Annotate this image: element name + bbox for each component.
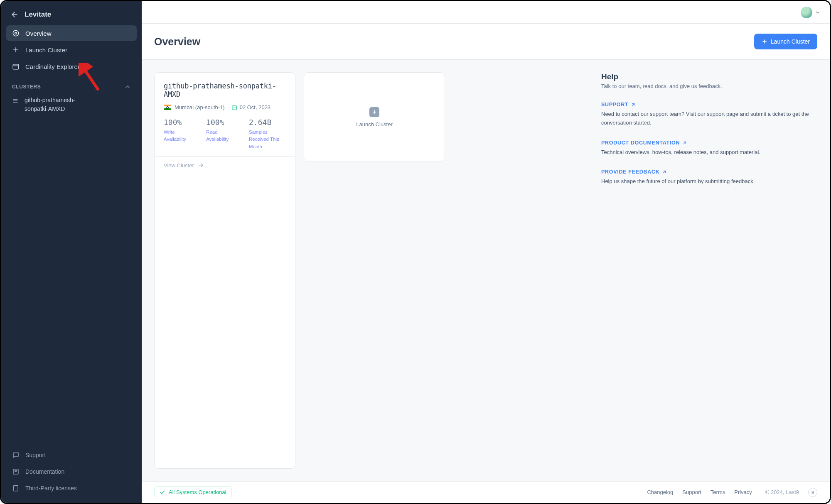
stat-label: Write Availability (164, 129, 194, 143)
cluster-list-item[interactable]: github-prathamesh-sonpatki-AMXD (6, 93, 137, 117)
page-header: Overview Launch Cluster (142, 24, 830, 60)
stat-read-availability: 100% Read Availability (206, 118, 237, 150)
sidebar-item-launch-cluster[interactable]: Launch Cluster (6, 42, 137, 58)
topbar (142, 1, 830, 24)
copyright: © 2024, Last9 (765, 489, 799, 495)
cluster-card-meta: Mumbai (ap-south-1) 02 Oct, 2023 (164, 104, 286, 110)
status-text: All Systems Operational (169, 489, 226, 495)
calendar-icon (231, 105, 237, 110)
view-cluster-label: View Cluster (164, 162, 194, 169)
external-link-icon (662, 169, 667, 174)
stat-value: 100% (164, 118, 194, 127)
sidebar: Levitate Overview Launch Cluster Cardina… (1, 1, 142, 503)
india-flag-icon (164, 105, 171, 110)
sidebar-item-label: Third-Party licenses (25, 485, 77, 492)
sidebar-item-third-party-licenses[interactable]: Third-Party licenses (6, 480, 137, 496)
sidebar-item-documentation[interactable]: Documentation (6, 464, 137, 480)
chat-icon (12, 451, 20, 459)
help-panel: Help Talk to our team, read docs, and gi… (601, 72, 817, 469)
user-menu[interactable] (801, 7, 821, 18)
sidebar-item-support[interactable]: Support (6, 447, 137, 463)
stat-value: 2.64B (249, 118, 286, 127)
chevron-down-icon (815, 10, 821, 15)
svg-point-2 (15, 32, 17, 34)
view-cluster-link[interactable]: View Cluster (155, 156, 295, 174)
cards-row: github-prathamesh-sonpatki-AMXD Mumbai (… (154, 72, 445, 469)
button-label: Launch Cluster (771, 38, 810, 45)
file-icon (12, 484, 20, 492)
check-icon (160, 489, 165, 495)
help-link-support[interactable]: SUPPORT (601, 102, 636, 108)
content: github-prathamesh-sonpatki-AMXD Mumbai (… (142, 60, 830, 481)
cluster-card-title: github-prathamesh-sonpatki-AMXD (164, 82, 286, 98)
chevron-up-icon[interactable] (124, 83, 131, 90)
clusters-section-label: CLUSTERS (12, 84, 41, 90)
sidebar-nav: Overview Launch Cluster Cardinality Expl… (1, 25, 142, 117)
cluster-item-name: github-prathamesh-sonpatki-AMXD (25, 96, 79, 113)
cluster-date: 02 Oct, 2023 (240, 104, 270, 110)
launch-cluster-card[interactable]: + Launch Cluster (304, 72, 445, 162)
main: Overview Launch Cluster github-prathames… (142, 1, 830, 503)
stat-write-availability: 100% Write Availability (164, 118, 194, 150)
brand-badge: 9 (808, 488, 817, 497)
help-link-label: PROVIDE FEEDBACK (601, 169, 659, 175)
help-desc: Need to contact our support team? Visit … (601, 110, 817, 127)
cluster-region: Mumbai (ap-south-1) (175, 104, 225, 110)
cluster-stats: 100% Write Availability 100% Read Availa… (164, 118, 286, 150)
sidebar-item-label: Overview (25, 30, 52, 37)
launch-cluster-button[interactable]: Launch Cluster (754, 34, 817, 49)
external-link-icon (631, 102, 636, 107)
plus-icon (12, 46, 20, 54)
svg-point-1 (13, 30, 19, 36)
help-desc: Help us shape the future of our platform… (601, 177, 817, 186)
stat-value: 100% (206, 118, 237, 127)
brand-name: Levitate (25, 10, 51, 19)
back-arrow-icon[interactable] (10, 10, 19, 19)
cluster-card: github-prathamesh-sonpatki-AMXD Mumbai (… (154, 72, 295, 469)
sidebar-item-overview[interactable]: Overview (6, 25, 137, 41)
launch-card-label: Launch Cluster (356, 121, 392, 127)
overview-icon (12, 29, 20, 37)
svg-rect-5 (13, 64, 19, 69)
sidebar-item-label: Launch Cluster (25, 46, 67, 54)
svg-line-21 (684, 142, 686, 144)
clusters-section-header[interactable]: CLUSTERS (6, 75, 137, 93)
plus-icon (762, 39, 767, 44)
footer-link-changelog[interactable]: Changelog (647, 489, 673, 495)
help-link-documentation[interactable]: PRODUCT DOCUMENTATION (601, 140, 687, 146)
svg-line-22 (664, 171, 666, 173)
footer-link-privacy[interactable]: Privacy (734, 489, 752, 495)
stat-samples-received: 2.64B Samples Received This Month (249, 118, 286, 150)
footer: All Systems Operational Changelog Suppor… (142, 481, 830, 503)
sidebar-item-label: Documentation (25, 468, 64, 475)
sidebar-item-cardinality-explorer[interactable]: Cardinality Explorer (6, 59, 137, 74)
help-link-feedback[interactable]: PROVIDE FEEDBACK (601, 169, 667, 175)
svg-rect-14 (14, 485, 18, 491)
cluster-icon (12, 98, 19, 104)
stat-label: Read Availability (206, 129, 237, 143)
footer-link-support[interactable]: Support (682, 489, 701, 495)
footer-link-terms[interactable]: Terms (711, 489, 725, 495)
svg-rect-17 (232, 105, 236, 109)
help-subtitle: Talk to our team, read docs, and give us… (601, 83, 817, 89)
sidebar-header[interactable]: Levitate (1, 6, 142, 25)
external-link-icon (682, 140, 687, 145)
sidebar-bottom: Support Documentation Third-Party licens… (1, 447, 142, 503)
status-pill[interactable]: All Systems Operational (154, 486, 232, 498)
help-title: Help (601, 72, 817, 81)
sidebar-item-label: Support (25, 452, 46, 458)
stat-label: Samples Received This Month (249, 129, 286, 150)
arrow-right-icon (198, 162, 204, 168)
book-icon (12, 468, 20, 475)
sidebar-item-label: Cardinality Explorer (25, 63, 80, 70)
calendar-icon (12, 63, 20, 70)
avatar (801, 7, 812, 18)
footer-links: Changelog Support Terms Privacy © 2024, … (647, 488, 817, 497)
help-link-label: PRODUCT DOCUMENTATION (601, 140, 680, 146)
help-desc: Technical overviews, how-tos, release no… (601, 148, 817, 157)
help-link-label: SUPPORT (601, 102, 628, 108)
page-title: Overview (154, 36, 200, 48)
plus-box-icon: + (369, 107, 379, 117)
svg-line-20 (632, 104, 634, 106)
